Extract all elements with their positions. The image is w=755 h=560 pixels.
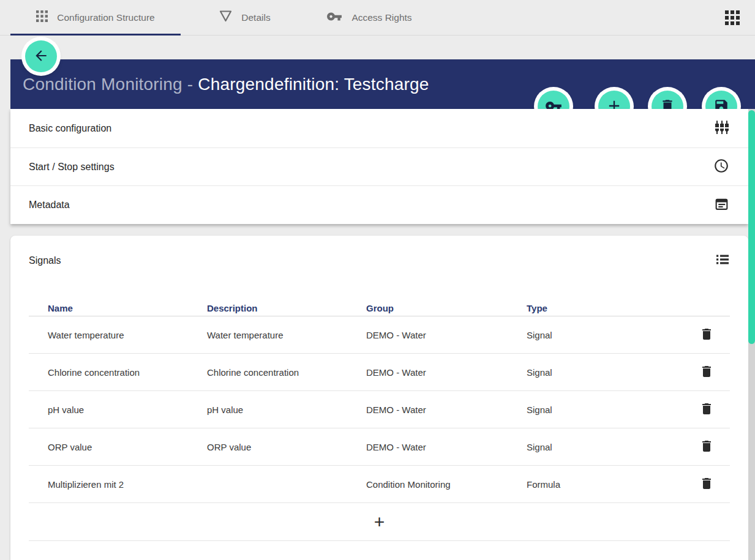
column-header-group: Group [347, 303, 508, 313]
cell-description: pH value [188, 405, 347, 415]
apps-grid-button[interactable] [724, 11, 740, 27]
grid-icon [36, 10, 48, 24]
add-signal-button[interactable]: + [29, 503, 730, 541]
cell-type: Signal [508, 442, 693, 452]
cell-name: Water temperature [29, 330, 188, 340]
delete-row-button[interactable] [698, 438, 715, 455]
delete-row-button[interactable] [698, 326, 715, 343]
scrollbar-thumb[interactable] [748, 110, 755, 344]
cell-group: DEMO - Water [347, 405, 508, 415]
page-title-prefix: Condition Monitoring - [23, 75, 198, 94]
section-label: Basic configuration [29, 123, 715, 134]
cell-group: DEMO - Water [347, 442, 508, 452]
trash-icon [699, 364, 714, 381]
cell-type: Signal [508, 405, 693, 415]
clock-icon [713, 158, 729, 176]
delete-row-button[interactable] [698, 476, 715, 493]
trash-icon [699, 401, 714, 418]
triangle-funnel-icon [219, 10, 232, 24]
page-title-main: Chargendefinition: Testcharge [198, 75, 429, 94]
section-basic-configuration[interactable]: Basic configuration [10, 109, 748, 148]
column-header-type: Type [508, 303, 693, 313]
cell-group: DEMO - Water [347, 367, 508, 378]
section-label: Metadata [29, 200, 714, 211]
delete-row-button[interactable] [698, 401, 715, 418]
active-tab-indicator [10, 34, 181, 35]
tab-label: Access Rights [351, 12, 411, 23]
config-sections-card: Basic configuration Start / Stop setting… [10, 109, 748, 224]
cell-group: Condition Monitoring [347, 479, 508, 490]
page-title: Condition Monitoring - Chargendefinition… [23, 75, 429, 94]
column-header-description: Description [188, 303, 347, 313]
cell-name: ORP value [29, 442, 188, 452]
cell-description: Chlorine concentration [188, 367, 347, 378]
section-metadata[interactable]: Metadata [10, 186, 748, 224]
signals-header: Signals [10, 236, 748, 286]
page-header: Condition Monitoring - Chargendefinition… [10, 59, 755, 109]
signals-table: Name Description Group Type Water temper… [29, 300, 730, 541]
cell-type: Formula [508, 479, 693, 490]
scrollbar-track[interactable] [748, 109, 755, 560]
tab-label: Details [241, 12, 270, 23]
arrow-left-icon [33, 48, 49, 65]
trash-icon [699, 439, 714, 455]
back-button[interactable] [25, 40, 57, 72]
cell-name: Multiplizieren mit 2 [29, 479, 188, 490]
trash-icon [699, 476, 714, 493]
cell-name: Chlorine concentration [29, 367, 188, 378]
plus-icon: + [374, 513, 385, 531]
table-row[interactable]: ORP value ORP value DEMO - Water Signal [29, 428, 730, 466]
tab-label: Configuration Structure [57, 12, 154, 23]
table-row[interactable]: Water temperature Water temperature DEMO… [29, 316, 730, 354]
calendar-note-icon [714, 196, 729, 214]
table-header-row: Name Description Group Type [29, 300, 730, 316]
signals-card: Signals Name Description Group Type Wate… [10, 236, 748, 560]
key-icon [326, 9, 342, 27]
delete-row-button[interactable] [698, 364, 715, 381]
tab-configuration-structure[interactable]: Configuration Structure [10, 0, 181, 35]
tab-bar: Configuration Structure Details Access R… [0, 0, 755, 35]
cell-description: ORP value [188, 442, 347, 452]
list-icon[interactable] [716, 253, 729, 269]
cell-description: Water temperature [188, 330, 347, 340]
tab-access-rights[interactable]: Access Rights [309, 0, 429, 35]
signals-title: Signals [29, 255, 716, 266]
table-row[interactable]: Chlorine concentration Chlorine concentr… [29, 354, 730, 391]
sliders-icon [715, 120, 729, 137]
trash-icon [699, 327, 714, 343]
cell-group: DEMO - Water [347, 330, 508, 340]
cell-type: Signal [508, 367, 693, 378]
table-row[interactable]: Multiplizieren mit 2 Condition Monitorin… [29, 466, 730, 503]
section-start-stop-settings[interactable]: Start / Stop settings [10, 148, 748, 186]
column-header-name: Name [29, 303, 188, 313]
table-row[interactable]: pH value pH value DEMO - Water Signal [29, 391, 730, 428]
section-label: Start / Stop settings [29, 162, 713, 173]
cell-type: Signal [508, 330, 693, 340]
tab-details[interactable]: Details [181, 0, 309, 35]
cell-name: pH value [29, 405, 188, 415]
apps-grid-icon [725, 10, 740, 28]
